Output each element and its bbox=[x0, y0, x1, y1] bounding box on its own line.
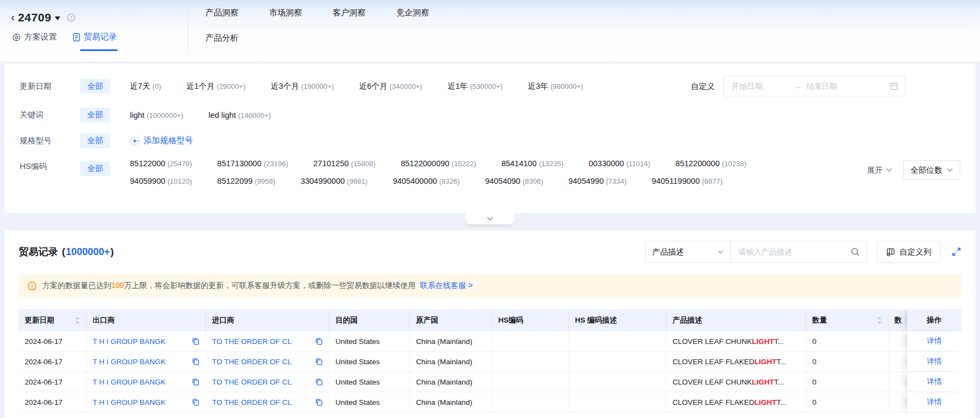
importer-link[interactable]: TO THE ORDER OF CL bbox=[212, 337, 292, 346]
cell-quantity: 0 bbox=[806, 331, 888, 351]
column-header-label: 操作 bbox=[927, 315, 942, 325]
copy-icon[interactable] bbox=[315, 358, 323, 365]
subnav-item-product-analysis[interactable]: 产品分析 bbox=[206, 33, 238, 43]
hs-code-option-5[interactable]: 00330000(11014) bbox=[589, 159, 650, 168]
hs-code-option-5[interactable]: 94054990(7334) bbox=[568, 177, 626, 185]
plan-dropdown-caret-icon[interactable] bbox=[55, 16, 60, 23]
update-date-option-name: 近6个月 bbox=[359, 81, 388, 92]
sort-icon[interactable] bbox=[877, 317, 882, 324]
exporter-link[interactable]: T H I GROUP BANGK bbox=[93, 337, 166, 346]
custom-date-label[interactable]: 自定义 bbox=[691, 81, 715, 92]
plan-tabs: 方案设置 贸易记录 bbox=[11, 32, 187, 61]
nav-item-3[interactable]: 竞企洞察 bbox=[396, 8, 429, 18]
info-icon[interactable] bbox=[67, 13, 76, 22]
hs-code-option-0[interactable]: 85122000(25479) bbox=[130, 159, 192, 168]
detail-link[interactable]: 详情 bbox=[927, 336, 942, 346]
product-text: CLOVER LEAF CHUNK bbox=[673, 337, 752, 346]
copy-icon[interactable] bbox=[192, 358, 200, 365]
table-row: 2024-06-17T H I GROUP BANGKTO THE ORDER … bbox=[19, 352, 961, 372]
customize-columns-button[interactable]: 自定义列 bbox=[877, 241, 941, 263]
calendar-icon[interactable] bbox=[890, 82, 898, 91]
search-input[interactable] bbox=[737, 247, 851, 257]
fullscreen-icon[interactable] bbox=[951, 247, 961, 257]
gear-icon bbox=[12, 33, 21, 42]
contact-support-link[interactable]: 联系在线客服 > bbox=[420, 281, 472, 290]
hs-code-option-2[interactable]: 3304990000(9681) bbox=[300, 177, 367, 185]
cell-update-date: 2024-06-17 bbox=[19, 372, 87, 392]
keyword-option-0[interactable]: light(1000000+) bbox=[130, 111, 183, 120]
hs-code-option-4[interactable]: 85414100(13235) bbox=[502, 159, 563, 168]
cell-exporter: T H I GROUP BANGK bbox=[87, 331, 206, 351]
hs-all-chip[interactable]: 全部 bbox=[80, 161, 110, 176]
importer-link[interactable]: TO THE ORDER OF CL bbox=[212, 378, 292, 386]
cell-quantity: 0 bbox=[806, 392, 888, 412]
copy-icon[interactable] bbox=[192, 337, 200, 345]
tab-trade-records[interactable]: 贸易记录 bbox=[72, 32, 117, 53]
end-date-input[interactable] bbox=[805, 81, 865, 91]
detail-link[interactable]: 详情 bbox=[927, 357, 942, 366]
hs-code-option-count: (23196) bbox=[264, 160, 288, 168]
keyword-option-1[interactable]: led light(140000+) bbox=[208, 111, 271, 120]
product-keyword-highlight: LIGHT bbox=[752, 337, 774, 346]
hs-code-option-name: 8517130000 bbox=[217, 159, 261, 168]
copy-icon[interactable] bbox=[315, 398, 323, 406]
tab-plan-settings[interactable]: 方案设置 bbox=[12, 32, 57, 53]
hs-code-option-name: 85414100 bbox=[502, 159, 537, 168]
hs-digits-select[interactable]: 全部位数 bbox=[903, 160, 960, 180]
chevron-down-icon bbox=[717, 250, 723, 254]
product-text: T... bbox=[777, 398, 787, 406]
hs-code-option-3[interactable]: 85122000090(15222) bbox=[401, 159, 476, 168]
importer-link[interactable]: TO THE ORDER OF CL bbox=[212, 358, 292, 366]
update-date-option-2[interactable]: 近3个月(190000+) bbox=[271, 81, 334, 92]
column-header-label: 进口商 bbox=[212, 315, 235, 325]
exporter-link[interactable]: T H I GROUP BANGK bbox=[93, 378, 166, 386]
update-date-all-chip[interactable]: 全部 bbox=[80, 79, 110, 94]
cell-exporter: T H I GROUP BANGK bbox=[87, 372, 206, 392]
copy-icon[interactable] bbox=[315, 337, 323, 345]
exporter-link[interactable]: T H I GROUP BANGK bbox=[93, 398, 166, 406]
back-icon[interactable]: ‹ bbox=[11, 12, 18, 24]
nav-item-1[interactable]: 市场洞察 bbox=[269, 8, 302, 18]
table-body: 2024-06-17T H I GROUP BANGKTO THE ORDER … bbox=[19, 331, 961, 413]
update-date-option-3[interactable]: 近6个月(340000+) bbox=[359, 81, 422, 92]
update-date-option-1[interactable]: 近1个月(29000+) bbox=[186, 81, 246, 92]
update-date-options: 近7天(0)近1个月(29000+)近3个月(190000+)近6个月(3400… bbox=[130, 81, 608, 92]
search-icon[interactable] bbox=[851, 247, 860, 257]
hs-code-option-3[interactable]: 9405400000(8326) bbox=[393, 177, 460, 185]
hs-code-option-name: 9405400000 bbox=[393, 177, 437, 185]
hs-expand-toggle[interactable]: 展开 bbox=[867, 165, 892, 176]
importer-link[interactable]: TO THE ORDER OF CL bbox=[212, 398, 292, 406]
update-date-option-4[interactable]: 近1年(530000+) bbox=[447, 81, 503, 92]
hs-code-option-4[interactable]: 94054090(8306) bbox=[485, 177, 543, 185]
hs-code-option-0[interactable]: 94059900(10120) bbox=[130, 177, 192, 185]
copy-icon[interactable] bbox=[192, 398, 200, 406]
hs-code-option-name: 85122099 bbox=[217, 177, 253, 185]
hs-code-option-6[interactable]: 94051199000(6877) bbox=[652, 177, 722, 185]
date-range-picker[interactable]: → bbox=[723, 76, 905, 97]
filter-collapse-tab[interactable] bbox=[465, 213, 515, 224]
cell-destination-country: United States bbox=[329, 331, 410, 351]
product-text: T... bbox=[777, 358, 787, 366]
hs-code-option-2[interactable]: 27101250(15808) bbox=[314, 159, 375, 168]
add-spec-button[interactable]: 添加规格型号 bbox=[130, 135, 193, 146]
spec-all-chip[interactable]: 全部 bbox=[80, 133, 110, 148]
nav-item-0[interactable]: 产品洞察 bbox=[206, 8, 238, 18]
hs-code-option-6[interactable]: 8512200000(10238) bbox=[675, 159, 746, 168]
detail-link[interactable]: 详情 bbox=[927, 377, 942, 387]
update-date-option-0[interactable]: 近7天(0) bbox=[130, 81, 161, 92]
nav-item-2[interactable]: 客户洞察 bbox=[333, 8, 366, 18]
keyword-all-chip[interactable]: 全部 bbox=[80, 108, 110, 122]
copy-icon[interactable] bbox=[315, 378, 323, 386]
update-date-option-5[interactable]: 近3年(980000+) bbox=[528, 81, 583, 92]
detail-link[interactable]: 详情 bbox=[927, 397, 942, 407]
start-date-input[interactable] bbox=[731, 81, 791, 91]
hs-code-option-name: 00330000 bbox=[589, 159, 624, 168]
search-type-select[interactable]: 产品描述 bbox=[645, 241, 730, 263]
main-nav-area: 产品洞察市场洞察客户洞察竞企洞察 产品分析 bbox=[188, 0, 980, 61]
hs-code-option-1[interactable]: 8517130000(23196) bbox=[217, 159, 288, 168]
sort-icon[interactable] bbox=[75, 317, 80, 324]
subnav: 产品分析 bbox=[206, 26, 980, 50]
hs-code-option-1[interactable]: 85122099(9959) bbox=[217, 177, 275, 185]
copy-icon[interactable] bbox=[192, 378, 200, 386]
exporter-link[interactable]: T H I GROUP BANGK bbox=[93, 358, 166, 366]
